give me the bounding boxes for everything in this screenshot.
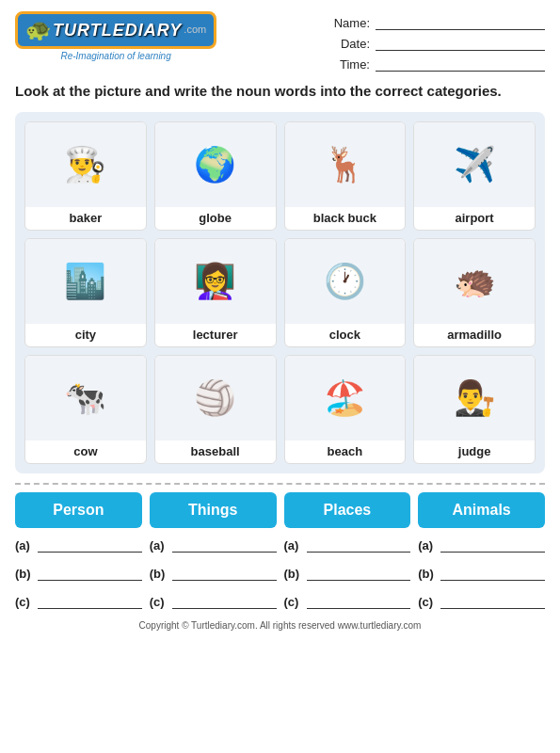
category-btn-places[interactable]: Places xyxy=(284,492,411,528)
answer-prefix: (a) xyxy=(284,538,303,553)
answer-row-person-c: (c) xyxy=(15,594,142,609)
image-grid-container: 👨‍🍳 baker 🌍 globe 🦌 black buck ✈️ airpor… xyxy=(15,112,545,473)
answer-prefix: (b) xyxy=(150,567,168,581)
answer-row-animals-c: (c) xyxy=(418,594,545,609)
answer-input-animals-a[interactable] xyxy=(440,537,545,553)
logo-com: .com xyxy=(184,24,206,35)
answer-row-places-a: (a) xyxy=(284,537,411,553)
img-label: baker xyxy=(68,207,104,230)
page: 🐢 TURTLEDIARY .com Re-Imagination of lea… xyxy=(0,0,560,638)
answer-col-person: (a) (b) (c) xyxy=(15,537,142,609)
time-row: Time: xyxy=(332,56,545,72)
answer-prefix: (b) xyxy=(15,567,34,581)
answer-input-things-b[interactable] xyxy=(172,566,277,581)
logo-tagline: Re-Imagination of learning xyxy=(60,51,170,61)
answer-input-things-c[interactable] xyxy=(172,594,277,609)
image-grid: 👨‍🍳 baker 🌍 globe 🦌 black buck ✈️ airpor… xyxy=(24,121,536,464)
img-label: black buck xyxy=(312,207,378,230)
categories: PersonThingsPlacesAnimals xyxy=(15,492,545,528)
img-emoji: 🦌 xyxy=(285,122,406,207)
img-emoji: 🏐 xyxy=(155,356,276,441)
answer-input-person-a[interactable] xyxy=(38,537,142,553)
answer-prefix: (a) xyxy=(418,538,437,553)
img-label: clock xyxy=(328,324,362,346)
instruction-text: Look at the picture and write the noun w… xyxy=(15,81,545,101)
date-input[interactable] xyxy=(376,36,545,51)
answer-row-places-c: (c) xyxy=(284,594,411,609)
img-emoji: 🕐 xyxy=(285,239,406,324)
img-label: airport xyxy=(454,207,496,230)
answer-input-animals-b[interactable] xyxy=(440,566,545,581)
name-row: Name: xyxy=(332,15,545,30)
answer-section: (a) (b) (c) (a) (b) (c) (a) (b) xyxy=(15,537,545,609)
answer-prefix: (a) xyxy=(150,538,168,553)
img-label: lecturer xyxy=(191,324,240,346)
img-label: judge xyxy=(456,441,493,463)
logo-box: 🐢 TURTLEDIARY .com xyxy=(15,11,216,49)
answer-prefix: (c) xyxy=(418,595,437,609)
header: 🐢 TURTLEDIARY .com Re-Imagination of lea… xyxy=(15,11,545,72)
img-label: armadillo xyxy=(445,324,504,346)
answer-input-person-b[interactable] xyxy=(38,566,142,581)
name-input[interactable] xyxy=(376,15,545,30)
time-input[interactable] xyxy=(376,56,545,72)
img-emoji: 🏙️ xyxy=(25,239,146,324)
image-cell-black-buck: 🦌 black buck xyxy=(284,121,407,231)
img-label: city xyxy=(73,324,98,346)
answer-row-person-a: (a) xyxy=(15,537,142,553)
answer-prefix: (c) xyxy=(150,595,168,609)
answer-row-animals-a: (a) xyxy=(418,537,545,553)
category-btn-animals[interactable]: Animals xyxy=(418,492,545,528)
image-cell-city: 🏙️ city xyxy=(24,238,147,347)
answer-row-animals-b: (b) xyxy=(418,566,545,581)
image-cell-lecturer: 👩‍🏫 lecturer xyxy=(154,238,277,347)
img-label: beach xyxy=(326,441,365,463)
category-btn-things[interactable]: Things xyxy=(150,492,277,528)
img-emoji: 🏖️ xyxy=(285,356,406,441)
category-btn-person[interactable]: Person xyxy=(15,492,142,528)
image-cell-beach: 🏖️ beach xyxy=(284,355,407,464)
answer-input-places-c[interactable] xyxy=(307,594,411,609)
answer-input-places-a[interactable] xyxy=(307,537,411,553)
time-label: Time: xyxy=(332,57,370,72)
dashed-divider xyxy=(15,483,545,485)
img-label: globe xyxy=(197,207,233,230)
img-emoji: 👩‍🏫 xyxy=(155,239,276,324)
answer-prefix: (b) xyxy=(284,567,303,581)
answer-input-places-b[interactable] xyxy=(307,566,411,581)
name-fields: Name: Date: Time: xyxy=(332,11,545,72)
answer-row-places-b: (b) xyxy=(284,566,411,581)
answer-prefix: (c) xyxy=(15,595,34,609)
image-cell-baseball: 🏐 baseball xyxy=(154,355,277,464)
image-cell-judge: 👨‍⚖️ judge xyxy=(413,355,536,464)
img-emoji: 🌍 xyxy=(155,122,276,207)
answer-col-animals: (a) (b) (c) xyxy=(418,537,545,609)
answer-col-things: (a) (b) (c) xyxy=(150,537,277,609)
answer-input-animals-c[interactable] xyxy=(440,594,545,609)
image-cell-armadillo: 🦔 armadillo xyxy=(413,238,536,347)
logo-text: TURTLEDIARY xyxy=(53,21,182,40)
img-emoji: 🦔 xyxy=(414,239,535,324)
answer-input-things-a[interactable] xyxy=(172,537,277,553)
img-emoji: ✈️ xyxy=(414,122,535,207)
name-label: Name: xyxy=(332,16,370,30)
img-emoji: 👨‍🍳 xyxy=(25,122,146,207)
turtle-icon: 🐢 xyxy=(25,18,51,42)
answer-row-person-b: (b) xyxy=(15,566,142,581)
date-row: Date: xyxy=(332,36,545,51)
image-cell-baker: 👨‍🍳 baker xyxy=(24,121,147,231)
answer-prefix: (b) xyxy=(418,567,437,581)
answer-input-person-c[interactable] xyxy=(38,594,142,609)
logo-area: 🐢 TURTLEDIARY .com Re-Imagination of lea… xyxy=(15,11,216,61)
image-cell-cow: 🐄 cow xyxy=(24,355,147,464)
answer-row-things-b: (b) xyxy=(150,566,277,581)
image-cell-airport: ✈️ airport xyxy=(413,121,536,231)
img-label: cow xyxy=(72,441,99,463)
answer-row-things-c: (c) xyxy=(150,594,277,609)
image-cell-globe: 🌍 globe xyxy=(154,121,277,231)
date-label: Date: xyxy=(332,37,370,51)
image-cell-clock: 🕐 clock xyxy=(284,238,407,347)
answer-prefix: (c) xyxy=(284,595,303,609)
answer-row-things-a: (a) xyxy=(150,537,277,553)
img-label: baseball xyxy=(189,441,242,463)
